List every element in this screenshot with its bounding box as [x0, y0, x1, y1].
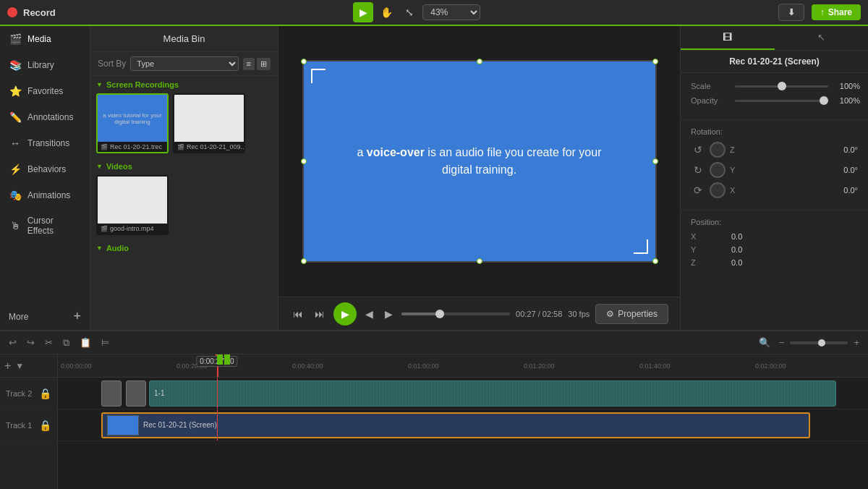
hand-tool[interactable]: ✋ [376, 2, 396, 22]
play-button[interactable]: ▶ [333, 302, 357, 326]
media-bin: Media Bin Sort By Type Name Date ≡ ⊞ ▼ S… [90, 26, 278, 330]
tab-visual[interactable]: 🎞 [681, 26, 775, 50]
copy-button[interactable]: ⧉ [60, 336, 72, 350]
clip-small-2[interactable] [126, 380, 146, 407]
annotations-icon: ✏️ [9, 111, 22, 123]
handle-mr[interactable] [652, 158, 658, 164]
audio-header[interactable]: ▼ Audio [96, 244, 272, 252]
timeline-ruler: 0:00:00;00 0:00:20;00 0:00:40;00 0:01:00… [58, 354, 868, 378]
zoom-out-button[interactable]: 🔍 [756, 336, 773, 349]
handle-bm[interactable] [477, 258, 482, 264]
list-view-btn[interactable]: ≡ [243, 58, 255, 70]
sidebar-label-favorites: Favorites [27, 86, 63, 96]
collapse-tracks-button[interactable]: ▼ [15, 361, 24, 371]
behaviors-icon: ⚡ [9, 163, 22, 175]
scale-opacity-group: Scale 100% Opacity 100% [681, 73, 868, 120]
videos-section: ▼ Videos 🎬 good-intro.mp4 [90, 158, 278, 239]
canvas-frame: a voice-over is an audio file you create… [302, 60, 657, 263]
sidebar-item-library[interactable]: 📚 Library [0, 52, 90, 78]
zoom-plus-button[interactable]: + [851, 336, 862, 349]
opacity-label: Opacity [691, 96, 731, 105]
canvas-viewport: a voice-over is an audio file you create… [278, 26, 680, 297]
rewind-button[interactable]: ⏮ [290, 305, 306, 323]
seek-handle[interactable] [435, 310, 444, 318]
split-button[interactable]: ⊨ [98, 336, 112, 349]
thumb-label-vid1: 🎬 good-intro.mp4 [98, 224, 167, 234]
sidebar-more-row[interactable]: More + [0, 303, 90, 330]
audio-arrow: ▼ [96, 244, 103, 252]
sidebar-item-animations[interactable]: 🎭 Animations [0, 182, 90, 208]
share-button[interactable]: ↑ Share [812, 4, 861, 20]
timeline-tracks: 1-1 Rec 01-20-21 (Screen) [58, 378, 868, 489]
select-tool[interactable]: ▶ [353, 2, 373, 22]
sidebar-item-cursor[interactable]: 🖱 Cursor Effects [0, 208, 90, 243]
opacity-slider[interactable] [735, 100, 828, 102]
app-title-area: Record [7, 7, 56, 18]
vid-icon: 🎬 [101, 226, 108, 232]
sidebar-item-behaviors[interactable]: ⚡ Behaviors [0, 156, 90, 182]
track1-lock-icon[interactable]: 🔒 [39, 420, 51, 431]
add-track-button[interactable]: + [4, 360, 11, 373]
redo-button[interactable]: ↪ [24, 336, 38, 349]
thumb-preview-vid1 [98, 177, 167, 224]
media-thumb-rec1[interactable]: a video tutorial for your digital traini… [96, 93, 169, 153]
sort-icons: ≡ ⊞ [243, 58, 271, 70]
position-group: Position: X 0.0 Y 0.0 Z 0.0 [681, 211, 868, 278]
handle-br[interactable] [652, 258, 658, 264]
handle-tm[interactable] [477, 59, 482, 64]
gear-icon: ⚙ [606, 309, 614, 319]
handle-ml[interactable] [301, 158, 307, 164]
sidebar-item-favorites[interactable]: ⭐ Favorites [0, 78, 90, 104]
time-marker-0: 0:00:00;00 [61, 362, 92, 370]
step-back-button[interactable]: ⏭ [312, 305, 328, 323]
out-marker[interactable] [224, 354, 230, 365]
screen-recordings-label: Screen Recordings [106, 80, 179, 89]
seek-bar[interactable] [401, 312, 510, 315]
videos-header[interactable]: ▼ Videos [96, 162, 272, 171]
sidebar-item-transitions[interactable]: ↔ Transitions [0, 130, 90, 156]
media-thumb-vid1[interactable]: 🎬 good-intro.mp4 [96, 175, 169, 235]
sidebar-item-media[interactable]: 🎬 Media [0, 26, 90, 52]
add-icon[interactable]: + [73, 309, 81, 324]
undo-button[interactable]: ↩ [6, 336, 20, 349]
timeline-scroll[interactable]: 0:00:00;00 0:00:20;00 0:00:40;00 0:01:00… [58, 354, 868, 489]
rot-dial-z[interactable] [710, 142, 726, 158]
paste-button[interactable]: 📋 [77, 336, 94, 349]
rot-dial-y[interactable] [710, 162, 726, 178]
rot-dial-x[interactable] [710, 182, 726, 198]
thumb-label-rec1: 🎬 Rec 01-20-21.trec [98, 142, 167, 152]
sort-select[interactable]: Type Name Date [130, 56, 238, 71]
clip-small-1[interactable] [101, 380, 122, 407]
handle-tl[interactable] [301, 59, 307, 64]
zoom-select[interactable]: 43% 25% 50% 75% 100% [422, 4, 480, 20]
in-out-markers [217, 354, 230, 365]
position-row-x: X 0.0 [691, 232, 858, 241]
rot-value-z: 0.0° [746, 145, 858, 154]
download-button[interactable]: ⬇ [778, 4, 804, 21]
clip-screen-main[interactable]: Rec 01-20-21 (Screen) [101, 412, 810, 438]
timeline-header-controls: + ▼ [0, 354, 57, 378]
tab-properties[interactable]: ↖ [775, 26, 869, 50]
track2-lock-icon[interactable]: 🔒 [39, 388, 51, 399]
screen-recordings-section: ▼ Screen Recordings a video tutorial for… [90, 76, 278, 158]
sidebar-item-annotations[interactable]: ✏️ Annotations [0, 104, 90, 130]
waveform-display [150, 381, 835, 406]
properties-button[interactable]: ⚙ Properties [595, 304, 668, 324]
handle-tr[interactable] [652, 59, 658, 64]
in-marker[interactable] [217, 354, 223, 365]
zoom-bar[interactable] [790, 341, 848, 344]
rec2-icon: 🎬 [177, 144, 184, 150]
scale-slider[interactable] [735, 85, 828, 88]
zoom-minus-button[interactable]: − [776, 336, 788, 349]
cut-button[interactable]: ✂ [42, 336, 56, 349]
handle-bl[interactable] [301, 258, 307, 264]
media-thumb-rec2[interactable]: 🎬 Rec 01-20-21_009... [173, 93, 245, 153]
zoom-handle[interactable] [818, 339, 825, 346]
grid-view-btn[interactable]: ⊞ [257, 58, 271, 70]
clip-audio-main[interactable]: 1-1 [149, 380, 836, 407]
next-frame-button[interactable]: ▶ [382, 305, 396, 323]
playback-bar: ⏮ ⏭ ▶ ◀ ▶ 00:27 / 02:58 30 fps ⚙ Propert… [278, 297, 680, 330]
screen-recordings-header[interactable]: ▼ Screen Recordings [96, 80, 272, 89]
crop-tool[interactable]: ⤡ [399, 2, 420, 22]
prev-frame-button[interactable]: ◀ [362, 305, 376, 323]
